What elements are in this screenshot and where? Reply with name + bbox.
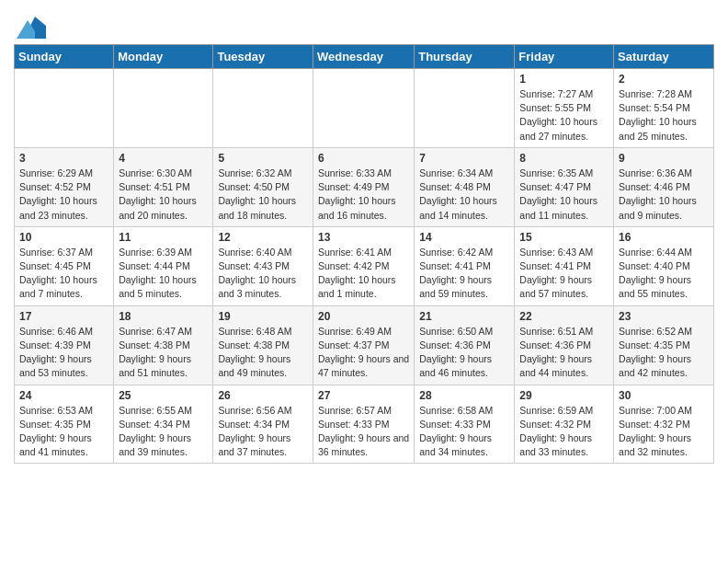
day-number: 18 — [119, 310, 208, 323]
weekday-header-saturday: Saturday — [614, 45, 714, 69]
calendar-cell: 9Sunrise: 6:36 AM Sunset: 4:46 PM Daylig… — [614, 147, 714, 226]
day-number: 30 — [619, 389, 709, 402]
weekday-header-friday: Friday — [515, 45, 614, 69]
day-info: Sunrise: 6:55 AM Sunset: 4:34 PM Dayligh… — [119, 404, 208, 460]
day-info: Sunrise: 6:47 AM Sunset: 4:38 PM Dayligh… — [119, 325, 208, 381]
calendar-cell — [313, 69, 414, 148]
calendar-table: SundayMondayTuesdayWednesdayThursdayFrid… — [14, 44, 714, 464]
day-number: 28 — [419, 389, 509, 402]
day-number: 5 — [218, 152, 308, 165]
day-number: 29 — [519, 389, 609, 402]
weekday-header-row: SundayMondayTuesdayWednesdayThursdayFrid… — [15, 45, 714, 69]
calendar-cell: 14Sunrise: 6:42 AM Sunset: 4:41 PM Dayli… — [415, 226, 515, 305]
day-info: Sunrise: 6:34 AM Sunset: 4:48 PM Dayligh… — [419, 167, 509, 223]
day-info: Sunrise: 6:58 AM Sunset: 4:33 PM Dayligh… — [419, 404, 509, 460]
weekday-header-thursday: Thursday — [415, 45, 515, 69]
calendar-cell: 15Sunrise: 6:43 AM Sunset: 4:41 PM Dayli… — [515, 226, 614, 305]
day-info: Sunrise: 7:00 AM Sunset: 4:32 PM Dayligh… — [619, 404, 709, 460]
calendar-week-row: 1Sunrise: 7:27 AM Sunset: 5:55 PM Daylig… — [15, 69, 714, 148]
day-number: 24 — [19, 389, 108, 402]
calendar-cell: 23Sunrise: 6:52 AM Sunset: 4:35 PM Dayli… — [614, 305, 714, 385]
day-number: 4 — [119, 152, 208, 165]
day-info: Sunrise: 6:50 AM Sunset: 4:36 PM Dayligh… — [419, 325, 509, 381]
calendar-cell: 29Sunrise: 6:59 AM Sunset: 4:32 PM Dayli… — [515, 385, 614, 464]
day-number: 6 — [318, 152, 409, 165]
day-number: 8 — [519, 152, 609, 165]
calendar-week-row: 10Sunrise: 6:37 AM Sunset: 4:45 PM Dayli… — [15, 226, 714, 305]
calendar-cell: 8Sunrise: 6:35 AM Sunset: 4:47 PM Daylig… — [515, 147, 614, 226]
day-number: 2 — [619, 73, 709, 86]
calendar-week-row: 17Sunrise: 6:46 AM Sunset: 4:39 PM Dayli… — [15, 305, 714, 385]
day-number: 7 — [419, 152, 509, 165]
day-info: Sunrise: 6:37 AM Sunset: 4:45 PM Dayligh… — [19, 246, 108, 302]
calendar-cell: 22Sunrise: 6:51 AM Sunset: 4:36 PM Dayli… — [515, 305, 614, 385]
calendar-week-row: 3Sunrise: 6:29 AM Sunset: 4:52 PM Daylig… — [15, 147, 714, 226]
weekday-header-wednesday: Wednesday — [313, 45, 414, 69]
calendar-cell: 13Sunrise: 6:41 AM Sunset: 4:42 PM Dayli… — [313, 226, 414, 305]
calendar-cell — [213, 69, 313, 148]
day-number: 14 — [419, 231, 509, 244]
calendar-cell — [415, 69, 515, 148]
day-info: Sunrise: 6:43 AM Sunset: 4:41 PM Dayligh… — [519, 246, 609, 302]
day-info: Sunrise: 6:57 AM Sunset: 4:33 PM Dayligh… — [318, 404, 409, 460]
day-info: Sunrise: 7:28 AM Sunset: 5:54 PM Dayligh… — [619, 87, 709, 144]
day-info: Sunrise: 6:49 AM Sunset: 4:37 PM Dayligh… — [318, 325, 409, 381]
day-info: Sunrise: 6:59 AM Sunset: 4:32 PM Dayligh… — [519, 404, 609, 460]
day-info: Sunrise: 6:52 AM Sunset: 4:35 PM Dayligh… — [619, 325, 709, 381]
page-header — [14, 9, 714, 39]
calendar-cell: 7Sunrise: 6:34 AM Sunset: 4:48 PM Daylig… — [415, 147, 515, 226]
day-number: 25 — [119, 389, 208, 402]
calendar-cell: 4Sunrise: 6:30 AM Sunset: 4:51 PM Daylig… — [114, 147, 213, 226]
day-info: Sunrise: 6:56 AM Sunset: 4:34 PM Dayligh… — [218, 404, 308, 460]
day-info: Sunrise: 6:30 AM Sunset: 4:51 PM Dayligh… — [119, 167, 208, 223]
calendar-cell — [114, 69, 213, 148]
logo — [14, 13, 46, 39]
day-number: 1 — [519, 73, 609, 86]
day-number: 15 — [519, 231, 609, 244]
day-number: 20 — [318, 310, 409, 323]
day-info: Sunrise: 6:46 AM Sunset: 4:39 PM Dayligh… — [19, 325, 108, 381]
calendar-cell: 6Sunrise: 6:33 AM Sunset: 4:49 PM Daylig… — [313, 147, 414, 226]
calendar-cell: 21Sunrise: 6:50 AM Sunset: 4:36 PM Dayli… — [415, 305, 515, 385]
calendar-cell: 17Sunrise: 6:46 AM Sunset: 4:39 PM Dayli… — [15, 305, 114, 385]
calendar-cell: 10Sunrise: 6:37 AM Sunset: 4:45 PM Dayli… — [15, 226, 114, 305]
day-info: Sunrise: 6:44 AM Sunset: 4:40 PM Dayligh… — [619, 246, 709, 302]
day-info: Sunrise: 6:40 AM Sunset: 4:43 PM Dayligh… — [218, 246, 308, 302]
calendar-cell: 2Sunrise: 7:28 AM Sunset: 5:54 PM Daylig… — [614, 69, 714, 148]
day-info: Sunrise: 6:36 AM Sunset: 4:46 PM Dayligh… — [619, 167, 709, 223]
day-info: Sunrise: 6:48 AM Sunset: 4:38 PM Dayligh… — [218, 325, 308, 381]
day-info: Sunrise: 6:41 AM Sunset: 4:42 PM Dayligh… — [318, 246, 409, 302]
calendar-cell: 28Sunrise: 6:58 AM Sunset: 4:33 PM Dayli… — [415, 385, 515, 464]
day-info: Sunrise: 6:51 AM Sunset: 4:36 PM Dayligh… — [519, 325, 609, 381]
calendar-cell — [15, 69, 114, 148]
calendar-cell: 18Sunrise: 6:47 AM Sunset: 4:38 PM Dayli… — [114, 305, 213, 385]
logo-icon — [17, 13, 46, 39]
weekday-header-sunday: Sunday — [15, 45, 114, 69]
day-number: 13 — [318, 231, 409, 244]
calendar-cell: 19Sunrise: 6:48 AM Sunset: 4:38 PM Dayli… — [213, 305, 313, 385]
calendar-cell: 16Sunrise: 6:44 AM Sunset: 4:40 PM Dayli… — [614, 226, 714, 305]
calendar-cell: 3Sunrise: 6:29 AM Sunset: 4:52 PM Daylig… — [15, 147, 114, 226]
calendar-cell: 24Sunrise: 6:53 AM Sunset: 4:35 PM Dayli… — [15, 385, 114, 464]
day-number: 23 — [619, 310, 709, 323]
calendar-cell: 30Sunrise: 7:00 AM Sunset: 4:32 PM Dayli… — [614, 385, 714, 464]
calendar-week-row: 24Sunrise: 6:53 AM Sunset: 4:35 PM Dayli… — [15, 385, 714, 464]
day-number: 3 — [19, 152, 108, 165]
day-number: 27 — [318, 389, 409, 402]
day-info: Sunrise: 6:42 AM Sunset: 4:41 PM Dayligh… — [419, 246, 509, 302]
day-number: 21 — [419, 310, 509, 323]
day-info: Sunrise: 7:27 AM Sunset: 5:55 PM Dayligh… — [519, 87, 609, 144]
calendar-cell: 11Sunrise: 6:39 AM Sunset: 4:44 PM Dayli… — [114, 226, 213, 305]
day-info: Sunrise: 6:39 AM Sunset: 4:44 PM Dayligh… — [119, 246, 208, 302]
day-number: 9 — [619, 152, 709, 165]
day-number: 26 — [218, 389, 308, 402]
calendar-cell: 1Sunrise: 7:27 AM Sunset: 5:55 PM Daylig… — [515, 69, 614, 148]
calendar-cell: 5Sunrise: 6:32 AM Sunset: 4:50 PM Daylig… — [213, 147, 313, 226]
day-number: 22 — [519, 310, 609, 323]
weekday-header-tuesday: Tuesday — [213, 45, 313, 69]
day-number: 10 — [19, 231, 108, 244]
weekday-header-monday: Monday — [114, 45, 213, 69]
day-number: 12 — [218, 231, 308, 244]
day-number: 16 — [619, 231, 709, 244]
day-number: 11 — [119, 231, 208, 244]
